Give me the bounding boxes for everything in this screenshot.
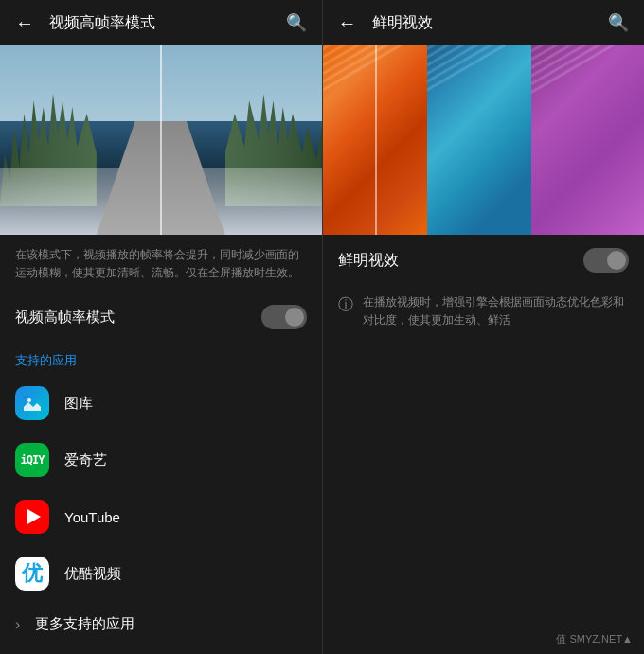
right-panel-title: 鲜明视效	[372, 13, 594, 33]
right-toggle-row: 鲜明视效	[323, 235, 645, 286]
iqiyi-icon-text: iQIY	[21, 453, 45, 467]
app-item-youku[interactable]: 优 优酷视频	[0, 545, 322, 602]
app-item-gallery[interactable]: 图库	[0, 375, 322, 432]
gallery-app-name: 图库	[64, 395, 93, 413]
feather-scene	[323, 45, 645, 235]
gallery-icon-svg	[21, 392, 44, 415]
iqiyi-app-name: 爱奇艺	[64, 451, 107, 469]
left-preview-image	[0, 45, 322, 235]
gallery-icon	[15, 386, 49, 420]
feather-blue	[427, 45, 531, 235]
main-content: 在该模式下，视频播放的帧率将会提升，同时减少画面的运动模糊，使其更加清晰、流畅。…	[0, 45, 644, 654]
left-description: 在该模式下，视频播放的帧率将会提升，同时减少画面的运动模糊，使其更加清晰、流畅。…	[0, 235, 322, 293]
left-panel-header: ← 视频高帧率模式 🔍	[0, 0, 323, 45]
right-description-row: ⓘ 在播放视频时，增强引擎会根据画面动态优化色彩和对比度，使其更加生动、鲜活	[323, 286, 645, 337]
top-headers: ← 视频高帧率模式 🔍 ← 鲜明视效 🔍	[0, 0, 644, 45]
app-item-youtube[interactable]: YouTube	[0, 488, 322, 545]
youku-icon-text: 优	[22, 559, 43, 588]
left-panel-title: 视频高帧率模式	[49, 13, 271, 33]
svg-point-1	[27, 398, 31, 402]
iqiyi-icon: iQIY	[15, 443, 49, 477]
supported-apps-label: 支持的应用	[0, 341, 322, 375]
feather-purple	[531, 45, 644, 235]
right-search-icon[interactable]: 🔍	[608, 12, 629, 33]
right-toggle-knob	[607, 251, 626, 270]
right-description-text: 在播放视频时，增强引擎会根据画面动态优化色彩和对比度，使其更加生动、鲜活	[363, 293, 630, 329]
feather-line	[531, 45, 617, 114]
youku-icon: 优	[15, 557, 49, 591]
left-panel: 在该模式下，视频播放的帧率将会提升，同时减少画面的运动模糊，使其更加清晰、流畅。…	[0, 45, 323, 654]
right-info-icon: ⓘ	[338, 295, 353, 315]
left-toggle-switch[interactable]	[261, 305, 307, 329]
feather-line	[427, 45, 504, 111]
feather-blue-lines	[427, 45, 531, 235]
more-apps-row[interactable]: › 更多支持的应用	[0, 602, 322, 646]
app-item-iqiyi[interactable]: iQIY 爱奇艺	[0, 432, 322, 488]
preview-divider	[160, 45, 162, 235]
feather-orange	[323, 45, 427, 235]
winter-scene	[0, 45, 322, 235]
feather-line	[323, 45, 400, 111]
watermark: 值 SMYZ.NET▲	[556, 632, 633, 646]
feather-center-divider	[375, 45, 377, 235]
feather-purple-lines	[531, 45, 644, 235]
right-panel: 鲜明视效 ⓘ 在播放视频时，增强引擎会根据画面动态优化色彩和对比度，使其更加生动…	[323, 45, 645, 654]
youku-app-name: 优酷视频	[64, 565, 121, 583]
youtube-app-name: YouTube	[64, 509, 120, 525]
right-toggle-switch[interactable]	[583, 248, 629, 273]
left-toggle-knob	[285, 308, 304, 327]
more-apps-label: 更多支持的应用	[35, 615, 134, 633]
youtube-play-triangle	[27, 509, 41, 524]
left-toggle-label: 视频高帧率模式	[15, 309, 254, 327]
left-search-icon[interactable]: 🔍	[286, 12, 307, 33]
left-toggle-row: 视频高帧率模式	[0, 293, 322, 341]
right-back-button[interactable]: ←	[338, 12, 357, 34]
youtube-icon	[15, 500, 49, 534]
more-apps-chevron-icon: ›	[15, 616, 20, 633]
right-panel-header: ← 鲜明视效 🔍	[323, 0, 645, 45]
left-back-button[interactable]: ←	[15, 12, 34, 34]
right-preview-image	[323, 45, 645, 235]
right-toggle-label: 鲜明视效	[338, 251, 577, 271]
